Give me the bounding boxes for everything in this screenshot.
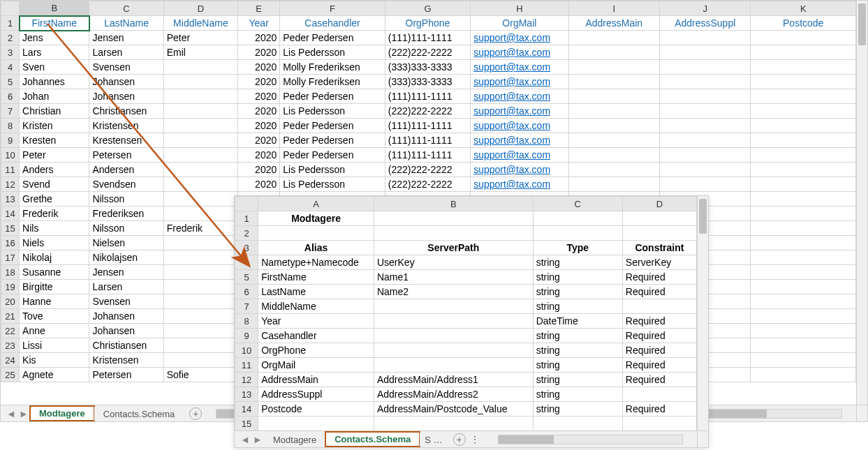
row-header[interactable]: 15 (235, 417, 258, 431)
cell[interactable]: support@tax.com (471, 148, 568, 163)
row-header[interactable]: 20 (1, 294, 20, 309)
field-header[interactable]: AddressMain (568, 16, 659, 31)
cell[interactable] (163, 280, 237, 294)
cell[interactable] (163, 250, 237, 265)
scroll-thumb[interactable] (699, 199, 707, 234)
cell[interactable]: Petersen (89, 368, 163, 382)
row-header[interactable]: 15 (1, 221, 20, 236)
row-header[interactable]: 24 (1, 353, 20, 368)
field-header[interactable]: AddressSuppl (660, 16, 751, 31)
row-header[interactable]: 22 (1, 324, 20, 338)
cell[interactable]: support@tax.com (471, 75, 568, 89)
cell[interactable]: Lis Pedersson (280, 163, 385, 177)
cell[interactable]: 2020 (238, 104, 280, 119)
cell[interactable] (751, 338, 856, 353)
col-header-B[interactable]: B (374, 197, 533, 211)
cell[interactable] (374, 343, 533, 358)
row-header[interactable]: 7 (1, 104, 20, 119)
cell[interactable]: Anne (20, 324, 89, 338)
cell[interactable]: Required (622, 270, 696, 285)
row-header[interactable]: 7 (235, 299, 258, 314)
cell[interactable] (660, 119, 751, 133)
row-header[interactable]: 14 (235, 402, 258, 417)
cell[interactable]: Frederik (163, 221, 237, 236)
cell[interactable]: Kristen (20, 119, 89, 133)
cell[interactable] (751, 177, 856, 192)
cell[interactable] (751, 60, 856, 75)
cell[interactable]: Nikolaj (20, 250, 89, 265)
cell[interactable] (258, 226, 374, 241)
cell[interactable]: support@tax.com (471, 89, 568, 104)
cell[interactable] (751, 221, 856, 236)
tab-nav-next-icon[interactable]: ► (19, 409, 29, 419)
cell[interactable] (374, 329, 533, 343)
cell[interactable] (568, 89, 659, 104)
cell[interactable] (660, 177, 751, 192)
col-header-D[interactable]: D (622, 197, 696, 211)
cell[interactable] (751, 192, 856, 207)
cell[interactable]: Johansen (89, 89, 163, 104)
cell[interactable]: Svend (20, 177, 89, 192)
cell[interactable]: Required (622, 329, 696, 343)
cell[interactable]: Larsen (89, 280, 163, 294)
cell[interactable] (374, 417, 533, 431)
cell[interactable] (163, 133, 237, 148)
cell[interactable]: AddressMain/Postcode_Value (374, 402, 533, 417)
col-header-F[interactable]: F (280, 1, 385, 16)
cell[interactable]: Andersen (89, 163, 163, 177)
cell[interactable]: Nametype+Namecode (258, 255, 374, 270)
row-header[interactable]: 1 (235, 211, 258, 226)
cell[interactable]: (111)111-1111 (385, 133, 470, 148)
cell[interactable] (374, 314, 533, 329)
cell[interactable] (163, 60, 237, 75)
cell[interactable] (163, 338, 237, 353)
mail-link[interactable]: support@tax.com (473, 32, 550, 43)
row-header[interactable]: 18 (1, 265, 20, 280)
cell[interactable] (374, 226, 533, 241)
cell[interactable]: Nilsson (89, 221, 163, 236)
cell[interactable]: Required (622, 358, 696, 373)
row-header[interactable]: 19 (1, 280, 20, 294)
cell[interactable]: Peder Pedersen (280, 89, 385, 104)
cell[interactable]: AddressMain (258, 373, 374, 387)
cell[interactable] (568, 148, 659, 163)
overlay-vertical-scrollbar[interactable] (697, 196, 708, 430)
cell[interactable]: Peter (163, 31, 237, 45)
cell[interactable] (163, 265, 237, 280)
cell[interactable]: (111)111-1111 (385, 89, 470, 104)
cell[interactable]: Name2 (374, 285, 533, 299)
cell[interactable]: (222)222-2222 (385, 45, 470, 60)
row-header[interactable]: 6 (1, 89, 20, 104)
row-header[interactable]: 2 (235, 226, 258, 241)
cell[interactable]: Lars (20, 45, 89, 60)
field-header[interactable]: Casehandler (280, 16, 385, 31)
cell[interactable]: (333)333-3333 (385, 75, 470, 89)
mail-link[interactable]: support@tax.com (473, 164, 550, 175)
cell[interactable] (660, 104, 751, 119)
cell[interactable]: Peder Pedersen (280, 31, 385, 45)
cell[interactable]: support@tax.com (471, 133, 568, 148)
cell[interactable]: 2020 (238, 177, 280, 192)
col-header-E[interactable]: E (238, 1, 280, 16)
cell[interactable] (163, 177, 237, 192)
tab-modtagere[interactable]: Modtagere (264, 433, 325, 447)
row-header[interactable]: 5 (235, 270, 258, 285)
cell[interactable]: AddressSuppl (258, 387, 374, 402)
cell[interactable]: Jens (20, 31, 89, 45)
tab-nav-prev-icon[interactable]: ◄ (6, 409, 16, 419)
row-header[interactable]: 14 (1, 207, 20, 221)
cell[interactable] (568, 104, 659, 119)
cell[interactable]: Casehandler (258, 329, 374, 343)
tab-extra[interactable]: S … (420, 433, 447, 447)
cell[interactable] (751, 280, 856, 294)
cell[interactable] (163, 324, 237, 338)
cell[interactable]: Molly Frederiksen (280, 75, 385, 89)
cell[interactable] (622, 299, 696, 314)
tab-overflow-icon[interactable]: ⋮ (466, 434, 484, 445)
overlay-grid[interactable]: A B C D 1Modtagere23AliasServerPathTypeC… (235, 196, 697, 430)
cell[interactable]: Anders (20, 163, 89, 177)
col-header-H[interactable]: H (471, 1, 568, 16)
cell[interactable]: Larsen (89, 45, 163, 60)
cell[interactable]: Nikolajsen (89, 250, 163, 265)
row-header[interactable]: 12 (1, 177, 20, 192)
